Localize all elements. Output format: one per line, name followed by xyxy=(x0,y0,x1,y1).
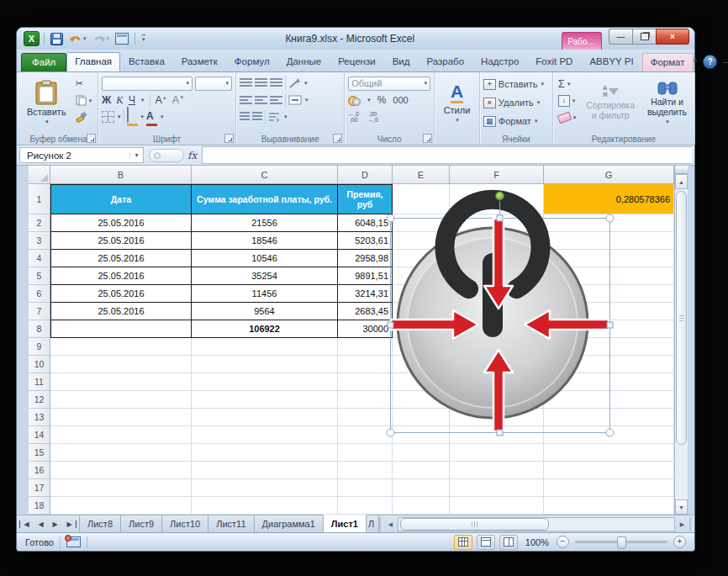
row-header-5[interactable]: 5 xyxy=(29,267,50,285)
insert-function-button[interactable]: fx xyxy=(187,150,197,161)
redo-button[interactable]: ▾ xyxy=(91,31,112,46)
paste-button[interactable]: Вставить ▾ xyxy=(23,75,71,130)
cell-F11[interactable] xyxy=(450,373,544,391)
vertical-scroll-thumb[interactable] xyxy=(676,191,687,445)
dropdown-icon[interactable]: ▾ xyxy=(535,118,538,124)
cell-F3[interactable] xyxy=(450,232,544,250)
ribbon-tab-Вставка[interactable]: Вставка xyxy=(120,52,173,71)
orientation-button[interactable] xyxy=(288,78,301,89)
align-top-button[interactable] xyxy=(240,78,252,88)
cell-E2[interactable] xyxy=(393,214,450,232)
ribbon-tab-Рецензи[interactable]: Рецензи xyxy=(330,52,383,71)
column-header-E[interactable]: E xyxy=(393,166,450,184)
page-layout-view-button[interactable] xyxy=(477,535,495,550)
row-header-6[interactable]: 6 xyxy=(29,285,50,303)
shrink-font-button[interactable]: А▼ xyxy=(172,94,184,106)
align-left-button[interactable] xyxy=(240,96,252,104)
fill-color-button[interactable] xyxy=(127,108,138,126)
dropdown-icon[interactable]: ▾ xyxy=(367,97,371,103)
row-header-12[interactable]: 12 xyxy=(29,391,50,409)
customize-qat-button[interactable]: ▾ xyxy=(140,31,147,46)
cell-F12[interactable] xyxy=(450,391,544,409)
cell-D12[interactable] xyxy=(338,391,393,409)
percent-format-button[interactable]: % xyxy=(377,94,387,106)
cell-C8[interactable]: 106922 xyxy=(192,320,338,338)
sheet-tab-Диаграмма1[interactable]: Диаграмма1 xyxy=(254,515,324,533)
number-format-select[interactable]: Общий ▾ xyxy=(348,77,430,91)
dropdown-icon[interactable]: ▾ xyxy=(304,80,308,87)
cell-D17[interactable] xyxy=(338,479,393,497)
increase-indent-button[interactable] xyxy=(252,112,262,122)
column-header-D[interactable]: D xyxy=(338,166,393,184)
cell-C17[interactable] xyxy=(192,479,338,497)
qat-custom-button[interactable] xyxy=(113,31,130,46)
currency-format-button[interactable] xyxy=(348,95,360,105)
cell-B2[interactable]: 25.05.2016 xyxy=(50,214,192,232)
workbook-minimize-icon[interactable]: — xyxy=(723,57,728,66)
row-header-4[interactable]: 4 xyxy=(29,250,50,267)
collapse-ribbon-icon[interactable]: ^ xyxy=(694,57,698,66)
cell-G13[interactable] xyxy=(544,409,674,426)
split-box[interactable] xyxy=(675,166,688,174)
cell-G6[interactable] xyxy=(544,285,674,303)
sheet-tab-Лист8[interactable]: Лист8 xyxy=(79,515,121,533)
ribbon-tab-Надстро[interactable]: Надстро xyxy=(472,52,527,71)
cell-E7[interactable] xyxy=(393,303,450,320)
align-center-button[interactable] xyxy=(255,96,267,104)
cell-F6[interactable] xyxy=(450,285,544,303)
cell-B8[interactable] xyxy=(50,320,192,338)
excel-logo-icon[interactable]: X xyxy=(24,31,40,46)
help-icon[interactable]: ? xyxy=(703,55,717,69)
last-sheet-button[interactable]: ▶ xyxy=(63,521,76,528)
cell-E9[interactable] xyxy=(393,338,450,356)
cell-G14[interactable] xyxy=(544,426,674,444)
cell-D16[interactable] xyxy=(338,462,393,479)
undo-button[interactable]: ▾ xyxy=(67,31,88,46)
dropdown-icon[interactable]: ▾ xyxy=(83,35,87,42)
cell-F17[interactable] xyxy=(450,479,544,497)
cell-E8[interactable] xyxy=(393,320,450,338)
cell-C5[interactable]: 35254 xyxy=(192,267,338,285)
delete-cells-button[interactable]: Удалить xyxy=(499,98,534,108)
font-size-select[interactable]: ▾ xyxy=(195,77,232,91)
dropdown-icon[interactable]: ▾ xyxy=(541,81,544,87)
scroll-up-button[interactable]: ▲ xyxy=(675,174,688,189)
cell-F8[interactable] xyxy=(450,320,544,338)
dropdown-icon[interactable]: ▾ xyxy=(161,114,164,120)
thousands-format-button[interactable]: 000 xyxy=(393,95,408,105)
cell-C18[interactable] xyxy=(192,497,338,515)
cell-F16[interactable] xyxy=(450,462,544,479)
cell-G5[interactable] xyxy=(544,267,674,285)
cell-C6[interactable]: 11456 xyxy=(192,285,338,303)
row-header-14[interactable]: 14 xyxy=(29,426,50,444)
cell-G7[interactable] xyxy=(544,303,674,320)
grow-font-button[interactable]: А▲ xyxy=(156,94,167,106)
zoom-level[interactable]: 100% xyxy=(525,537,549,547)
sheet-tab-Лист10[interactable]: Лист10 xyxy=(161,515,208,533)
cell-F14[interactable] xyxy=(450,426,544,444)
cell-G4[interactable] xyxy=(544,250,674,267)
decrease-indent-button[interactable] xyxy=(240,112,250,122)
cell-D4[interactable]: 2958,98 xyxy=(338,250,393,267)
ribbon-tab-Файл[interactable]: Файл xyxy=(21,53,66,71)
dropdown-icon[interactable]: ▾ xyxy=(118,114,121,120)
column-header-C[interactable]: C xyxy=(192,166,338,184)
font-dialog-launcher[interactable] xyxy=(224,134,234,143)
row-header-17[interactable]: 17 xyxy=(29,479,50,497)
ribbon-tab-Формул[interactable]: Формул xyxy=(226,52,278,71)
borders-button[interactable] xyxy=(102,111,114,123)
cell-G9[interactable] xyxy=(544,338,674,356)
cell-F2[interactable] xyxy=(450,214,544,232)
cell-F10[interactable] xyxy=(450,356,544,373)
cell-F4[interactable] xyxy=(450,250,544,267)
cell-G18[interactable] xyxy=(544,497,674,515)
cell-D1[interactable]: Премия, руб xyxy=(338,184,393,214)
cell-E6[interactable] xyxy=(393,285,450,303)
normal-view-button[interactable] xyxy=(454,535,472,550)
cell-E1[interactable] xyxy=(393,184,450,214)
dropdown-icon[interactable]: ▾ xyxy=(537,99,541,106)
hscroll-left-button[interactable]: ◀ xyxy=(384,521,397,528)
ribbon-tab-Разрабо[interactable]: Разрабо xyxy=(418,52,472,71)
merge-center-button[interactable] xyxy=(288,95,302,105)
restore-button[interactable] xyxy=(632,29,656,45)
